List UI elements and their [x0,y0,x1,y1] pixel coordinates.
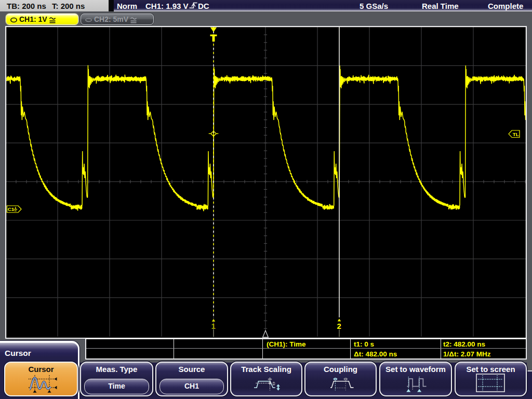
svg-text:TL: TL [513,131,519,137]
svg-text:1: 1 [211,322,216,330]
svg-text:2: 2 [337,322,341,330]
svg-text:C1: C1 [8,206,15,212]
